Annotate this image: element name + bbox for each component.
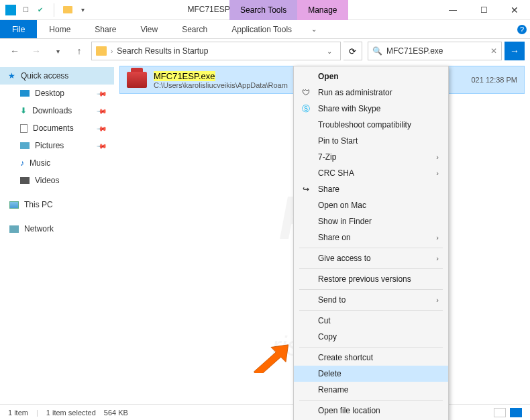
ctx-run-admin[interactable]: 🛡 Run as administrator xyxy=(294,85,448,101)
close-button[interactable]: ✕ xyxy=(499,0,530,20)
ribbon-tab-home[interactable]: Home xyxy=(37,20,83,38)
ribbon-tab-search[interactable]: Search xyxy=(170,20,219,38)
ctx-open-mac[interactable]: Open on Mac xyxy=(294,197,448,213)
music-icon: ♪ xyxy=(20,158,24,168)
ctx-label: CRC SHA xyxy=(318,168,354,178)
annotation-arrow-icon xyxy=(252,344,290,373)
ctx-troubleshoot[interactable]: Troubleshoot compatibility xyxy=(294,117,448,133)
ctx-crc-sha[interactable]: CRC SHA› xyxy=(294,165,448,181)
separator xyxy=(299,248,443,248)
maximize-button[interactable]: ☐ xyxy=(468,0,499,20)
ribbon-tab-view[interactable]: View xyxy=(128,20,170,38)
separator xyxy=(299,289,443,290)
sidebar-item-music[interactable]: ♪ Music xyxy=(0,154,114,172)
folder-icon xyxy=(96,46,107,56)
separator xyxy=(54,3,54,17)
ctx-open[interactable]: Open xyxy=(294,68,448,85)
ctx-copy[interactable]: Copy xyxy=(294,329,448,345)
pin-icon: 📌 xyxy=(97,140,107,151)
view-switcher xyxy=(494,408,522,417)
sidebar-label: This PC xyxy=(24,200,53,209)
ctx-label: Share xyxy=(318,185,339,194)
ctx-share-on[interactable]: Share on› xyxy=(294,229,448,246)
ctx-pin-start[interactable]: Pin to Start xyxy=(294,133,448,149)
ctx-restore[interactable]: Restore previous versions xyxy=(294,271,448,287)
toolbox-icon xyxy=(127,72,147,88)
ctx-rename[interactable]: Rename xyxy=(294,382,448,398)
sidebar-item-desktop[interactable]: Desktop 📌 xyxy=(0,85,114,102)
ctx-delete[interactable]: Delete xyxy=(294,366,448,382)
ctx-give-access[interactable]: Give access to› xyxy=(294,250,448,266)
pc-icon xyxy=(9,201,19,209)
refresh-button[interactable]: ⟳ xyxy=(343,42,362,60)
address-dropdown-icon[interactable]: ⌄ xyxy=(323,48,336,55)
pin-icon: 📌 xyxy=(97,123,107,134)
context-tab-manage: Manage xyxy=(297,0,348,20)
ctx-label: Give access to xyxy=(318,254,371,263)
ctx-label: Share on xyxy=(318,233,351,242)
clear-search-icon[interactable]: ✕ xyxy=(490,46,497,56)
search-input[interactable]: 🔍 MFC71ESP.exe ✕ xyxy=(368,42,502,60)
downloads-icon: ⬇ xyxy=(20,106,27,115)
status-size: 564 KB xyxy=(104,409,128,417)
ctx-create-shortcut[interactable]: Create shortcut xyxy=(294,350,448,366)
go-button[interactable]: → xyxy=(505,42,525,60)
search-value: MFC71ESP.exe xyxy=(386,46,486,56)
qat-checkmark-icon[interactable]: ✔ xyxy=(35,5,46,15)
ribbon-tab-application-tools[interactable]: Application Tools xyxy=(219,20,304,38)
sidebar-item-quick-access[interactable]: ★ Quick access xyxy=(0,67,114,85)
address-bar[interactable]: › Search Results in Startup ⌄ xyxy=(91,42,341,60)
ctx-label: Send to xyxy=(318,295,346,305)
videos-icon xyxy=(20,177,30,184)
sidebar-label: Quick access xyxy=(21,71,68,81)
back-button[interactable]: ← xyxy=(5,42,24,60)
pictures-icon xyxy=(20,142,30,149)
forward-button[interactable]: → xyxy=(27,42,46,60)
chevron-right-icon: › xyxy=(436,169,439,177)
qat: ☐ ✔ ▾ xyxy=(0,3,88,17)
separator xyxy=(299,347,443,348)
pin-icon: 📌 xyxy=(97,105,107,116)
ctx-cut[interactable]: Cut xyxy=(294,313,448,329)
minimize-button[interactable]: — xyxy=(437,0,468,20)
sidebar-label: Downloads xyxy=(32,106,72,115)
help-icon[interactable]: ? xyxy=(514,20,530,38)
context-tab-search: Search Tools xyxy=(229,0,297,20)
ctx-share-skype[interactable]: Ⓢ Share with Skype xyxy=(294,101,448,117)
documents-icon xyxy=(20,124,28,133)
details-view-button[interactable] xyxy=(494,408,506,417)
sidebar-item-this-pc[interactable]: This PC xyxy=(0,196,114,213)
sidebar-item-pictures[interactable]: Pictures 📌 xyxy=(0,137,114,154)
large-icons-view-button[interactable] xyxy=(510,408,522,417)
qat-dropdown-icon[interactable]: ▾ xyxy=(77,5,88,15)
qat-properties-icon[interactable]: ☐ xyxy=(20,5,31,15)
ribbon-tab-share[interactable]: Share xyxy=(83,20,128,38)
chevron-right-icon: › xyxy=(436,254,439,262)
sidebar-item-documents[interactable]: Documents 📌 xyxy=(0,119,114,137)
context-tab-group: Search Tools Manage xyxy=(229,0,348,20)
qat-new-folder-icon[interactable] xyxy=(62,5,73,15)
ctx-send-to[interactable]: Send to› xyxy=(294,292,448,308)
separator xyxy=(299,310,443,311)
ctx-label: 7-Zip xyxy=(318,152,336,162)
desktop-icon xyxy=(20,90,30,97)
ctx-7zip[interactable]: 7-Zip› xyxy=(294,149,448,165)
ctx-share[interactable]: ↪ Share xyxy=(294,181,448,197)
svg-text:?: ? xyxy=(520,25,524,34)
file-tab[interactable]: File xyxy=(0,20,37,38)
ctx-show-finder[interactable]: Show in Finder xyxy=(294,213,448,229)
recent-dropdown[interactable]: ▾ xyxy=(48,42,67,60)
breadcrumb[interactable]: Search Results in Startup xyxy=(117,46,208,56)
window-controls: — ☐ ✕ xyxy=(437,0,530,20)
chevron-right-icon: › xyxy=(111,48,113,55)
sidebar-item-downloads[interactable]: ⬇ Downloads 📌 xyxy=(0,102,114,119)
sidebar-item-videos[interactable]: Videos xyxy=(0,172,114,189)
result-date: 021 12:38 PM xyxy=(472,76,518,84)
ctx-open-location[interactable]: Open file location xyxy=(294,403,448,419)
chevron-right-icon: › xyxy=(436,153,439,161)
ribbon-expand-icon[interactable]: ⌄ xyxy=(304,20,324,38)
up-button[interactable]: ↑ xyxy=(70,42,89,60)
ctx-label: Run as administrator xyxy=(318,88,392,97)
sidebar-item-network[interactable]: Network xyxy=(0,220,114,238)
result-filename: MFC71ESP.exe xyxy=(154,71,288,81)
